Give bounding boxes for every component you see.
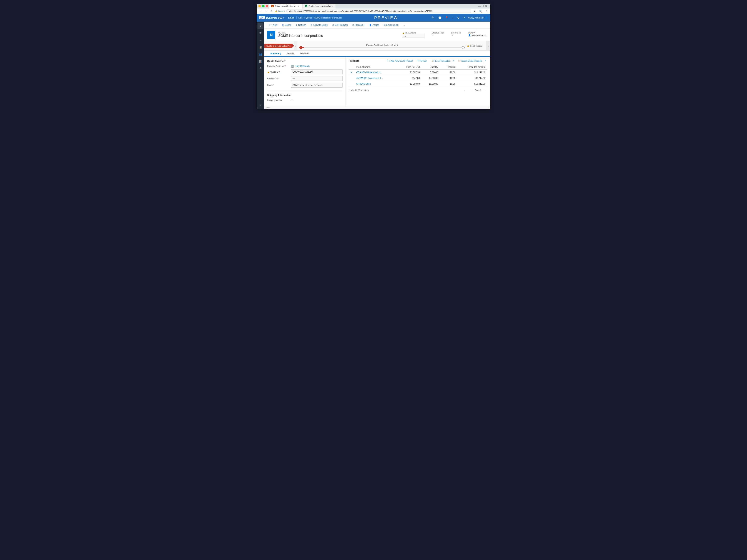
minimize-button[interactable] <box>258 5 261 7</box>
forward-button[interactable]: → <box>264 9 268 13</box>
export-dropdown-button[interactable]: ▾ <box>484 59 487 62</box>
tab1-close[interactable]: ✕ <box>298 5 300 7</box>
dynamics-logo[interactable]: D365 Dynamics 365 ▾ <box>259 16 284 19</box>
row-product-name[interactable]: ATHENS Desk <box>354 81 397 87</box>
first-page-button[interactable]: ⟵ <box>463 88 468 92</box>
tab-related[interactable]: Related <box>298 51 312 57</box>
status-text: Done <box>266 107 271 109</box>
dynamics-icon: D365 <box>259 16 265 19</box>
new-label: + New <box>271 24 277 26</box>
sidebar-icon-charts[interactable]: 📊 <box>258 58 263 64</box>
sidebar-icon-records[interactable]: 📋 <box>258 44 263 50</box>
quote-id-input[interactable] <box>291 70 342 74</box>
owner-label: Owner * <box>468 32 487 34</box>
sidebar-icon-settings[interactable]: ⚙ <box>258 65 263 71</box>
next-page-button[interactable]: → <box>483 88 487 92</box>
row-product-name[interactable]: ATLANTA Whiteboard, b... <box>354 70 397 75</box>
settings-topnav-button[interactable]: ⚙ <box>457 16 460 20</box>
process-stage[interactable]: Quote to Invoice Sales Pr... <box>264 44 294 48</box>
activate-quote-button[interactable]: ⊙ Activate Quote <box>309 23 330 27</box>
breadcrumb-sales[interactable]: Sales <box>299 17 304 19</box>
create-button[interactable]: + <box>451 16 454 20</box>
browser-tab-crm[interactable]: D Quote: New Quote - M... ✕ <box>269 4 302 8</box>
export-button[interactable]: 📋 Export Quote Products <box>456 59 484 63</box>
tab-summary[interactable]: Summary <box>267 51 284 57</box>
potential-customer-value[interactable]: Trey Research <box>295 65 310 68</box>
assign-button[interactable]: 👤 Assign <box>367 23 381 27</box>
close-button[interactable] <box>266 5 268 7</box>
maximize-button[interactable] <box>262 5 264 7</box>
get-products-button[interactable]: ⊙ Get Products <box>330 23 350 27</box>
refresh-button[interactable]: ↻ Refresh <box>294 23 308 27</box>
lock-field-icon: 🔒 <box>402 32 405 34</box>
process-button[interactable]: ⊙ Process ▾ <box>350 23 366 27</box>
total-amount-input[interactable] <box>402 34 424 38</box>
bookmark-button[interactable]: ★ <box>473 9 477 13</box>
sidebar-icon-menu[interactable]: ≡ <box>258 23 263 29</box>
email-icon: ✉ <box>384 24 386 26</box>
minimize-win-button[interactable]: — <box>478 5 481 7</box>
settings-nav-button[interactable]: ⋮ <box>484 9 488 13</box>
email-link-button[interactable]: ✉ Email a Link <box>382 23 400 27</box>
delete-button[interactable]: 🗑 Delete <box>280 23 293 27</box>
add-product-icon: + <box>387 60 388 62</box>
add-new-product-button[interactable]: + + Add New Quote Product <box>385 59 414 63</box>
process-middle: Prepare And Send Quote (< 1 Min) <box>297 44 467 48</box>
close-win-button[interactable]: ✕ <box>485 5 487 7</box>
prev-page-button[interactable]: ← <box>470 88 474 92</box>
sidebar-icon-dots[interactable]: ··· <box>258 37 263 43</box>
add-product-label: + Add New Quote Product <box>389 60 413 62</box>
app-name[interactable]: Sales <box>286 17 297 19</box>
col-check <box>349 64 354 70</box>
browser-tab-excel[interactable]: X Product comparison.xlsx ✕ <box>303 4 336 8</box>
restore-win-button[interactable]: ❐ <box>482 5 484 7</box>
products-refresh-button[interactable]: ↻ Refresh <box>416 59 429 63</box>
more-button[interactable]: ... <box>401 23 407 27</box>
table-row[interactable]: ✓ ATLANTA Whiteboard, b... $1,397.30 8.0… <box>349 70 487 75</box>
tab2-close[interactable]: ✕ <box>332 5 333 7</box>
dynamics-label: Dynamics 365 <box>266 17 282 19</box>
refresh-icon: ↻ <box>296 24 298 26</box>
address-input[interactable] <box>286 9 471 13</box>
sidebar-icon-contacts[interactable]: 👥 <box>258 51 263 57</box>
breadcrumb-quotes[interactable]: Quotes <box>306 17 312 19</box>
owner-field: Owner * 👤 Nancy Anders... <box>468 32 487 36</box>
command-bar: + + New 🗑 Delete ↻ Refresh ⊙ Activate Qu… <box>264 22 490 28</box>
sidebar-icon-home[interactable]: ⊞ <box>258 30 263 36</box>
table-row[interactable]: ANTWERP Conference T... $647.80 15.00000… <box>349 75 487 81</box>
row-check <box>349 75 354 81</box>
sidebar-icon-help[interactable]: ? <box>258 102 263 108</box>
tab-details[interactable]: Details <box>284 51 298 57</box>
refresh-nav-button[interactable]: ↻ <box>270 9 274 13</box>
new-icon: + <box>269 24 270 26</box>
help-button[interactable]: ? <box>463 16 466 20</box>
revision-id-input[interactable] <box>291 76 342 81</box>
process-back-button[interactable]: ‹ <box>294 41 297 50</box>
search-topnav-button[interactable]: 🔍 <box>431 16 435 20</box>
row-product-name[interactable]: ANTWERP Conference T... <box>354 75 397 81</box>
new-button[interactable]: + + New <box>267 23 279 27</box>
topnav-icons: 🔍 🕐 📍 + ⚙ ? Nancy Anderson 👤 <box>431 16 488 20</box>
search-nav-button[interactable]: 🔍 <box>478 9 483 13</box>
row-quantity: 15.00000 <box>422 81 440 87</box>
record-type-label: QUOTE <box>278 32 399 34</box>
revision-id-row: Revision ID * <box>267 76 342 81</box>
excel-label: Excel Templates <box>435 60 450 62</box>
name-input[interactable] <box>291 83 342 87</box>
potential-customer-field: 🏢 Trey Research <box>291 64 342 68</box>
customer-icon: 🏢 <box>291 64 294 68</box>
excel-templates-button[interactable]: 📊 Excel Templates <box>430 59 452 63</box>
row-discount: $0.00 <box>440 70 457 75</box>
user-info[interactable]: Nancy Anderson 👤 <box>468 17 488 19</box>
effective-from-label: Effective From <box>432 32 444 34</box>
browser-window: D Quote: New Quote - M... ✕ X Product co… <box>257 4 490 109</box>
table-row[interactable]: ATHENS Desk $1,000.80 15.00000 $0.00 $15… <box>349 81 487 87</box>
location-button[interactable]: 📍 <box>444 16 449 20</box>
recent-button[interactable]: 🕐 <box>438 16 442 20</box>
excel-dropdown-button[interactable]: ▾ <box>452 59 455 62</box>
export-dropdown: 📋 Export Quote Products ▾ <box>456 59 487 63</box>
owner-value: 👤 Nancy Anders... <box>468 34 487 36</box>
back-button[interactable]: ← <box>259 9 263 13</box>
process-forward-button[interactable]: › <box>486 41 490 50</box>
row-quantity: 15.00000 <box>422 75 440 81</box>
